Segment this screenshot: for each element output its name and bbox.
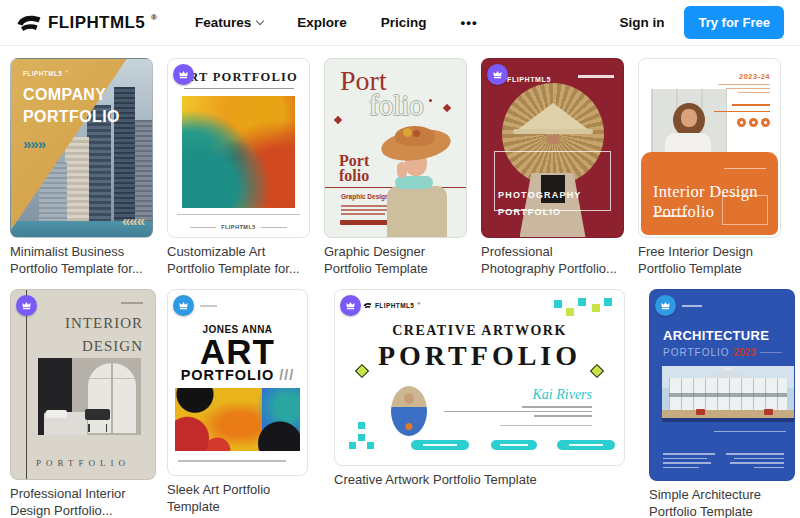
decor-bar <box>534 415 592 417</box>
pixel-decor <box>358 422 365 429</box>
social-icons <box>706 118 770 127</box>
cover-title-line1: Interior Design <box>653 182 758 203</box>
cover-subtitle: Port folio <box>339 153 369 183</box>
nav-explore[interactable]: Explore <box>297 15 347 30</box>
slashes-decor: /// <box>274 367 294 383</box>
template-caption[interactable]: Graphic Designer Portfolio Template <box>324 244 467 277</box>
nav-more-ellipsis[interactable]: ••• <box>461 15 478 30</box>
template-caption[interactable]: Customizable Art Portfolio Template for.… <box>167 244 310 277</box>
decor-bar <box>714 431 786 433</box>
template-card-sleek-art[interactable]: JONES ANNA ART PORTFOLIO /// Sleek Art P… <box>167 289 308 515</box>
chair-leg <box>88 424 89 432</box>
template-caption[interactable]: Professional Photography Portfolio... <box>481 244 624 277</box>
template-caption[interactable]: Minimalist Business Portfolio Template f… <box>10 244 153 277</box>
cover-sleek-art[interactable]: JONES ANNA ART PORTFOLIO /// <box>167 289 308 476</box>
cover-publisher: FLIPHTML5 <box>168 224 309 230</box>
cover-professional-interior[interactable]: INTERIOR DESIGN PORTFOLIO <box>10 289 156 480</box>
cover-subtitle-text: PORTFOLIO <box>663 347 730 358</box>
template-caption[interactable]: Professional Interior Design Portfolio..… <box>10 486 156 518</box>
template-caption[interactable]: Free Interior Design Portfolio Template <box>638 244 781 277</box>
cover-art-portfolio[interactable]: ART PORTFOLIO FLIPHTML5 <box>167 58 310 238</box>
cover-logo-reg: ® <box>65 69 68 74</box>
chair-seat <box>85 409 110 421</box>
cover-title-line1: COMPANY <box>23 84 120 106</box>
crown-badge-icon <box>173 295 194 316</box>
pool-shape <box>662 418 794 422</box>
red-chair-shape <box>696 409 705 415</box>
pixel-decor <box>367 442 374 449</box>
interior-room-photo <box>38 358 141 435</box>
template-card-simple-architecture[interactable]: ARCHITECTURE PORTFOLIO 2023 <box>649 289 795 518</box>
figure-face <box>681 109 697 127</box>
pixel-decor <box>566 308 574 316</box>
figure-face <box>404 393 414 404</box>
cover-subtitle: PORTFOLIO /// <box>168 367 307 383</box>
decor-bar <box>653 215 687 217</box>
cover-title: ARCHITECTURE <box>663 328 769 343</box>
pixel-decor <box>604 298 612 306</box>
cover-subtitle-line2: folio <box>339 168 369 183</box>
decor-bar <box>200 305 217 307</box>
ellipsis-icon: ••• <box>461 15 478 30</box>
decor-bar <box>718 84 770 86</box>
cover-photography[interactable]: FLIPHTML5 PHOTOGRAPHY PORTFOLIO <box>481 58 624 238</box>
nav-pricing-label: Pricing <box>381 15 427 30</box>
cover-title: INTERIOR DESIGN <box>65 312 143 357</box>
cover-graphic-designer[interactable]: Port folio Port folio Graphic Designer <box>324 58 467 238</box>
template-card-customizable-art[interactable]: ART PORTFOLIO FLIPHTML5 Customizable Art… <box>167 58 310 277</box>
cupola-shape <box>723 367 734 371</box>
template-card-minimalist-business[interactable]: FLIPHTML5 ® COMPANY PORTFOLIO »»» ««« Mi… <box>10 58 153 277</box>
decor-bar <box>178 460 286 462</box>
top-navbar: FLIPHTML5 ® Features Explore Pricing •••… <box>0 0 800 46</box>
cover-architecture[interactable]: ARCHITECTURE PORTFOLIO 2023 <box>649 289 795 481</box>
template-caption[interactable]: Creative Artwork Portfolio Template <box>334 472 625 489</box>
template-card-free-interior[interactable]: 2023-24 Interior Design Portfolio <box>638 58 781 277</box>
divider-line <box>724 168 766 169</box>
template-card-creative-artwork[interactable]: FLIPHTML5 ® CREATIVE ARTWORK PORTFOLIO K… <box>334 289 625 489</box>
pillow-shape <box>46 410 67 418</box>
decor-bar <box>726 88 770 90</box>
template-caption[interactable]: Sleek Art Portfolio Template <box>167 482 308 515</box>
cover-logo-text: FLIPHTML5 <box>375 302 414 309</box>
pixel-decor <box>554 300 562 308</box>
template-card-photography[interactable]: FLIPHTML5 PHOTOGRAPHY PORTFOLIO Professi… <box>481 58 624 277</box>
fliphtml5-logo[interactable]: FLIPHTML5 ® <box>16 13 157 33</box>
hat-brim-shape <box>513 129 593 134</box>
twitter-icon <box>737 118 746 127</box>
crown-badge-icon <box>173 64 194 85</box>
footer-text-left <box>663 450 719 468</box>
cover-company-portfolio[interactable]: FLIPHTML5 ® COMPANY PORTFOLIO »»» ««« <box>10 58 153 238</box>
decor-bar <box>444 411 592 413</box>
nav-features[interactable]: Features <box>195 15 263 30</box>
cover-year: 2023 <box>734 347 756 358</box>
template-caption[interactable]: Simple Architecture Portfolio Template <box>649 487 795 518</box>
building-shape <box>65 137 89 221</box>
cover-logo-reg: ® <box>417 301 420 306</box>
vertical-rule <box>26 290 27 479</box>
facebook-icon <box>749 118 758 127</box>
cover-word-folio-outline: folio <box>369 89 424 122</box>
main-nav: Features Explore Pricing ••• <box>195 15 478 30</box>
cover-subtitle-text: PORTFOLIO <box>181 367 275 383</box>
beach-house-photo <box>662 366 794 422</box>
cover-subtitle-line1: Port <box>339 153 369 168</box>
cover-creative-artwork[interactable]: FLIPHTML5 ® CREATIVE ARTWORK PORTFOLIO K… <box>334 289 625 466</box>
template-card-professional-interior[interactable]: INTERIOR DESIGN PORTFOLIO Professional I… <box>10 289 156 518</box>
nav-pricing[interactable]: Pricing <box>381 15 427 30</box>
cover-free-interior[interactable]: 2023-24 Interior Design Portfolio <box>638 58 781 238</box>
cover-title: PHOTOGRAPHY PORTFOLIO <box>498 187 582 221</box>
teal-pill-button <box>491 440 537 450</box>
cover-logo-text: FLIPHTML5 <box>507 76 551 83</box>
teal-pill-button <box>411 440 469 450</box>
sign-in-link[interactable]: Sign in <box>619 15 664 30</box>
try-for-free-button[interactable]: Try for Free <box>684 6 784 39</box>
instagram-icon <box>761 118 770 127</box>
template-card-graphic-designer[interactable]: Port folio Port folio Graphic Designer <box>324 58 467 277</box>
decor-bar <box>663 458 707 460</box>
cover-title-line2: PORTFOLIO <box>23 106 120 128</box>
cover-title-big: ART <box>168 332 307 372</box>
cover-logo: FLIPHTML5 ® <box>363 302 421 309</box>
cover-logo-text: FLIPHTML5 <box>23 70 62 77</box>
figure-face <box>546 135 559 144</box>
chair-leg <box>106 424 107 432</box>
